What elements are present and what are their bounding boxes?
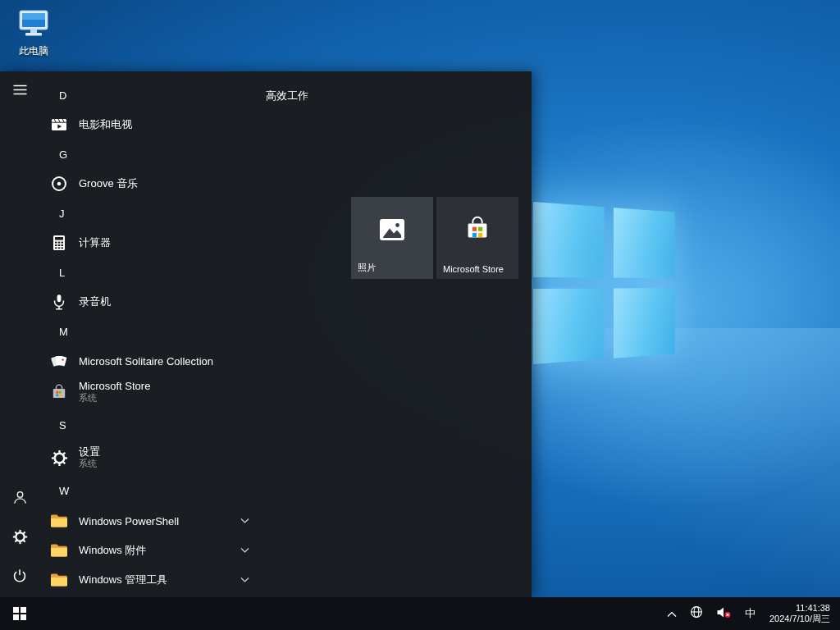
user-icon: [12, 490, 28, 509]
desktop-icon-label: 此电脑: [19, 44, 48, 58]
windows-logo-wallpaper: [533, 202, 675, 364]
app-list-folder-windows-powershell[interactable]: Windows PowerShell: [39, 506, 262, 536]
app-list-folder-windows-accessories[interactable]: Windows 附件: [39, 536, 262, 565]
app-list-letter-w[interactable]: W: [39, 475, 262, 506]
hamburger-icon: [13, 84, 27, 98]
power-button[interactable]: [0, 558, 39, 597]
screen: 此电脑: [0, 0, 840, 630]
section-letter: S: [59, 419, 66, 431]
app-list-item-calculator[interactable]: 计算器: [39, 229, 262, 257]
section-letter: D: [59, 89, 66, 102]
tile-grid: 照片 Microsoft Store: [351, 197, 518, 279]
settings-gear-icon: [49, 448, 69, 468]
logo-pane: [533, 289, 605, 364]
gear-icon: [12, 529, 28, 548]
chevron-down-icon[interactable]: [240, 518, 249, 524]
start-menu-rail: [0, 71, 39, 597]
app-list-letter-d[interactable]: D: [39, 80, 262, 111]
store-bag-icon: [462, 214, 493, 245]
tray-expand-button[interactable]: [663, 597, 681, 630]
calculator-icon: [49, 233, 69, 253]
section-letter: W: [59, 485, 69, 497]
tile-photos[interactable]: 照片: [351, 197, 433, 279]
desktop-icon-this-pc[interactable]: 此电脑: [10, 8, 57, 62]
clock-time: 11:41:38: [769, 603, 830, 614]
app-list-item-voice-recorder[interactable]: 录音机: [39, 288, 262, 316]
section-letter: L: [59, 267, 65, 279]
app-list-letter-j[interactable]: J: [39, 198, 262, 229]
clock-date: 2024/7/10/周三: [769, 614, 830, 624]
user-account-button[interactable]: [0, 479, 39, 518]
volume-muted-icon: [716, 606, 732, 622]
folder-icon: [49, 541, 69, 560]
system-tray: 中 11:41:38 2024/7/10/周三: [663, 597, 840, 630]
folder-icon: [49, 570, 69, 590]
app-list-letter-s[interactable]: S: [39, 409, 262, 441]
app-list-letter-m[interactable]: M: [39, 316, 262, 347]
folder-icon: [49, 511, 69, 531]
solitaire-icon: [49, 351, 69, 371]
globe-icon: [690, 605, 703, 622]
chevron-down-icon[interactable]: [240, 578, 249, 583]
expand-menu-button[interactable]: [0, 71, 39, 111]
taskbar-clock[interactable]: 11:41:38 2024/7/10/周三: [765, 603, 835, 624]
taskbar: 中 11:41:38 2024/7/10/周三: [0, 597, 840, 630]
app-subtitle: 系统: [79, 392, 150, 404]
tray-volume-button[interactable]: [712, 597, 736, 630]
app-subtitle: 系统: [79, 458, 100, 470]
section-letter: M: [59, 326, 68, 338]
ime-indicator: 中: [745, 606, 756, 621]
photos-icon: [377, 215, 407, 244]
logo-pane: [614, 288, 675, 358]
settings-button[interactable]: [0, 518, 39, 558]
app-list-letter-l[interactable]: L: [39, 257, 262, 288]
chevron-down-icon[interactable]: [240, 548, 249, 554]
app-list-item-solitaire-collection[interactable]: Microsoft Solitaire Collection: [39, 347, 262, 375]
this-pc-icon: [16, 8, 52, 43]
start-button[interactable]: [0, 597, 39, 630]
tile-group-title[interactable]: 高效工作: [266, 89, 308, 103]
section-letter: G: [59, 148, 67, 161]
movies-tv-icon: [49, 115, 69, 135]
app-list-item-settings[interactable]: 设置 系统: [39, 441, 262, 475]
app-list-letter-g[interactable]: G: [39, 139, 262, 170]
app-list-item-groove-music[interactable]: Groove 音乐: [39, 170, 262, 198]
voice-recorder-icon: [49, 292, 69, 312]
tray-network-button[interactable]: [686, 597, 707, 630]
start-menu: D 电影和电视 G: [0, 71, 532, 597]
tile-microsoft-store[interactable]: Microsoft Store: [436, 197, 518, 279]
app-list-item-microsoft-store[interactable]: Microsoft Store 系统: [39, 375, 262, 409]
tray-ime-button[interactable]: 中: [741, 597, 760, 630]
power-icon: [12, 568, 27, 587]
logo-pane: [533, 202, 605, 277]
chevron-up-icon: [667, 606, 677, 621]
windows-logo-icon: [13, 607, 26, 620]
groove-music-icon: [49, 174, 69, 194]
app-list-folder-windows-admin-tools[interactable]: Windows 管理工具: [39, 565, 262, 595]
app-list: D 电影和电视 G: [39, 71, 262, 597]
app-list-item-movies-and-tv[interactable]: 电影和电视: [39, 111, 262, 139]
store-bag-icon: [49, 382, 69, 402]
section-letter: J: [59, 208, 65, 220]
logo-pane: [614, 208, 675, 278]
